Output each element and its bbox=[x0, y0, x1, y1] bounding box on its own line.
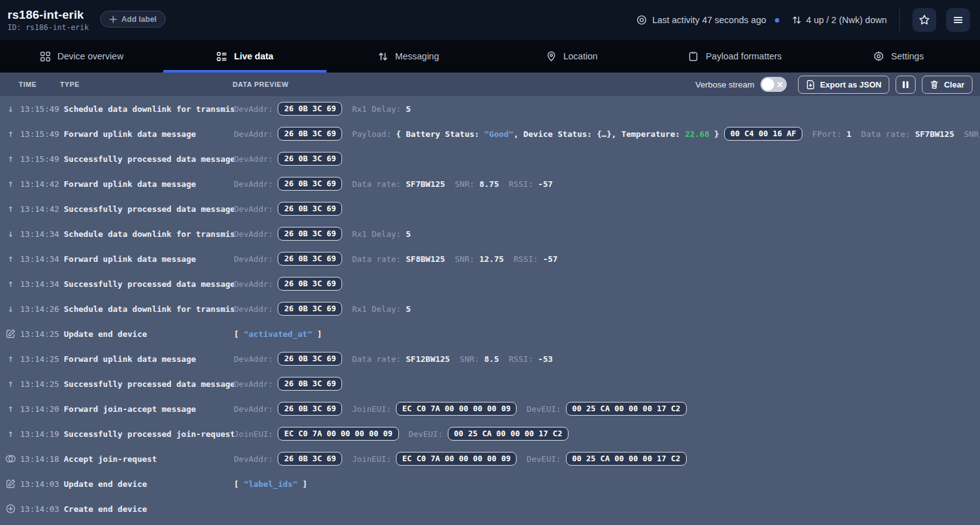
event-time: 13:14:03 bbox=[20, 504, 61, 514]
traffic-counter: 4 up / 2 (Nwk) down bbox=[792, 15, 887, 25]
event-time: 13:14:25 bbox=[20, 329, 61, 339]
hex-value-chip: 26 0B 3C 69 bbox=[278, 127, 342, 141]
uplink-arrow-icon: ↑ bbox=[4, 254, 18, 264]
event-time: 13:14:25 bbox=[20, 379, 61, 389]
preview-segment: DevAddr: bbox=[234, 204, 278, 214]
preview-segment: 12.75 bbox=[479, 254, 503, 264]
event-stream: ↓13:15:49Schedule data downlink for tran… bbox=[0, 96, 980, 521]
event-row[interactable]: 13:14:03Create end device bbox=[0, 496, 980, 521]
add-label-button[interactable]: Add label bbox=[100, 11, 166, 28]
verbose-stream-toggle[interactable]: ✕ bbox=[760, 77, 787, 92]
uplink-arrow-icon: ↑ bbox=[4, 204, 18, 214]
preview-segment: , Device Status: {…}, Temperature: bbox=[513, 129, 685, 139]
event-row[interactable]: 13:14:18Accept join-requestDevAddr: 26 0… bbox=[0, 446, 980, 471]
event-type: Successfully processed data message bbox=[64, 379, 234, 389]
uplink-arrow-icon: ↑ bbox=[4, 279, 18, 289]
event-data-preview: [ "activated_at" ] bbox=[234, 329, 980, 339]
event-row[interactable]: ↑13:14:19Successfully processed join-req… bbox=[0, 421, 980, 446]
preview-segment: 8.75 bbox=[479, 179, 498, 189]
preview-segment: { Battery Status: bbox=[396, 129, 484, 139]
tab-label: Live data bbox=[234, 51, 273, 61]
traffic-text: 4 up / 2 (Nwk) down bbox=[806, 15, 887, 25]
preview-segment: JoinEUI: bbox=[342, 404, 396, 414]
verbose-stream-label: Verbose stream bbox=[695, 80, 755, 89]
preview-segment: DevAddr: bbox=[234, 129, 278, 139]
event-row[interactable]: ↑13:14:34Forward uplink data messageDevA… bbox=[0, 246, 980, 271]
event-data-preview: DevAddr: 26 0B 3C 69 JoinEUI: EC C0 7A 0… bbox=[234, 452, 980, 466]
event-row[interactable]: ↑13:14:42Successfully processed data mes… bbox=[0, 196, 980, 221]
uplink-arrow-icon: ↑ bbox=[4, 379, 18, 389]
event-data-preview: DevAddr: 26 0B 3C 69 Data rate: SF7BW125… bbox=[234, 177, 980, 191]
preview-segment: 5 bbox=[406, 104, 411, 114]
event-row[interactable]: ↑13:14:20Forward join-accept messageDevA… bbox=[0, 396, 980, 421]
event-data-preview: [ "label_ids" ] bbox=[234, 479, 980, 489]
toggle-off-icon: ✕ bbox=[777, 81, 784, 89]
hamburger-icon bbox=[952, 14, 964, 26]
hex-value-chip: EC C0 7A 00 00 00 00 09 bbox=[396, 402, 517, 416]
event-row[interactable]: ↓13:15:49Schedule data downlink for tran… bbox=[0, 96, 980, 121]
app-header: rs186-int-erik ID: rs186-int-erik Add la… bbox=[0, 0, 980, 40]
event-row[interactable]: ↑13:14:25Forward uplink data messageDevA… bbox=[0, 346, 980, 371]
event-row[interactable]: ↑13:15:49Successfully processed data mes… bbox=[0, 146, 980, 171]
preview-segment: "activated_at" bbox=[244, 329, 313, 339]
event-type: Successfully processed data message bbox=[64, 279, 234, 289]
tab-label: Payload formatters bbox=[705, 51, 782, 61]
preview-segment: [ bbox=[234, 329, 244, 339]
status-dot bbox=[775, 18, 779, 22]
preview-segment: SF7BW125 bbox=[406, 179, 445, 189]
event-data-preview: DevAddr: 26 0B 3C 69 Payload: { Battery … bbox=[234, 127, 980, 141]
pause-icon bbox=[902, 81, 909, 89]
preview-segment: 22.68 bbox=[685, 129, 709, 139]
list-icon bbox=[216, 51, 227, 62]
event-type: Forward uplink data message bbox=[64, 179, 234, 189]
event-data-preview: DevAddr: 26 0B 3C 69 Rx1 Delay: 5 bbox=[234, 227, 980, 241]
event-row[interactable]: ↑13:15:49Forward uplink data messageDevA… bbox=[0, 121, 980, 146]
event-row[interactable]: ↓13:14:34Schedule data downlink for tran… bbox=[0, 221, 980, 246]
event-data-preview: DevAddr: 26 0B 3C 69 bbox=[234, 202, 980, 216]
clear-button[interactable]: Clear bbox=[922, 76, 972, 94]
event-data-preview: DevAddr: 26 0B 3C 69 bbox=[234, 377, 980, 391]
preview-segment: -53 bbox=[538, 354, 552, 364]
event-data-preview: DevAddr: 26 0B 3C 69 JoinEUI: EC C0 7A 0… bbox=[234, 402, 980, 416]
uplink-arrow-icon: ↑ bbox=[4, 429, 18, 439]
event-data-preview: DevAddr: 26 0B 3C 69 Rx1 Delay: 5 bbox=[234, 302, 980, 316]
preview-segment: ] bbox=[298, 479, 308, 489]
event-row[interactable]: 13:14:03Update end device[ "label_ids" ] bbox=[0, 471, 980, 496]
event-time: 13:14:03 bbox=[20, 479, 61, 489]
event-type: Successfully processed data message bbox=[64, 204, 234, 214]
tab-payload-formatters[interactable]: Payload formatters bbox=[654, 40, 817, 72]
tab-device-overview[interactable]: Device overview bbox=[0, 40, 163, 72]
add-label-text: Add label bbox=[121, 15, 156, 24]
event-row[interactable]: ↑13:14:34Successfully processed data mes… bbox=[0, 271, 980, 296]
tab-live-data[interactable]: Live data bbox=[163, 40, 326, 72]
preview-segment: DevEUI: bbox=[399, 429, 448, 439]
pause-stream-button[interactable] bbox=[896, 76, 916, 94]
event-time: 13:14:34 bbox=[20, 254, 61, 264]
uplink-arrow-icon: ↑ bbox=[4, 354, 18, 364]
downlink-arrow-icon: ↓ bbox=[4, 104, 18, 114]
downlink-arrow-icon: ↓ bbox=[4, 304, 18, 314]
event-row[interactable]: 13:14:25Update end device[ "activated_at… bbox=[0, 321, 980, 346]
event-type: Update end device bbox=[64, 479, 234, 489]
uplink-arrow-icon: ↑ bbox=[4, 404, 18, 414]
plus-icon bbox=[109, 16, 117, 23]
preview-segment: Payload: bbox=[342, 129, 396, 139]
event-type: Schedule data downlink for transmis… bbox=[64, 104, 234, 114]
preview-segment: -57 bbox=[543, 254, 557, 264]
preview-segment: DevAddr: bbox=[234, 454, 278, 464]
event-row[interactable]: ↑13:14:25Successfully processed data mes… bbox=[0, 371, 980, 396]
export-json-button[interactable]: Export as JSON bbox=[798, 76, 889, 94]
event-type: Forward join-accept message bbox=[64, 404, 234, 414]
tab-location[interactable]: Location bbox=[490, 40, 654, 72]
tab-settings[interactable]: Settings bbox=[817, 40, 980, 72]
hex-value-chip: 00 25 CA 00 00 00 17 C2 bbox=[566, 402, 687, 416]
hex-value-chip: 00 25 CA 00 00 00 17 C2 bbox=[566, 452, 687, 466]
tab-messaging[interactable]: Messaging bbox=[326, 40, 490, 72]
menu-button[interactable] bbox=[946, 8, 970, 32]
downlink-arrow-icon: ↓ bbox=[4, 229, 18, 239]
live-activity-icon bbox=[636, 14, 647, 26]
event-row[interactable]: ↓13:14:26Schedule data downlink for tran… bbox=[0, 296, 980, 321]
event-row[interactable]: ↑13:14:42Forward uplink data messageDevA… bbox=[0, 171, 980, 196]
preview-segment: [ bbox=[234, 479, 244, 489]
bookmark-button[interactable] bbox=[912, 8, 936, 32]
